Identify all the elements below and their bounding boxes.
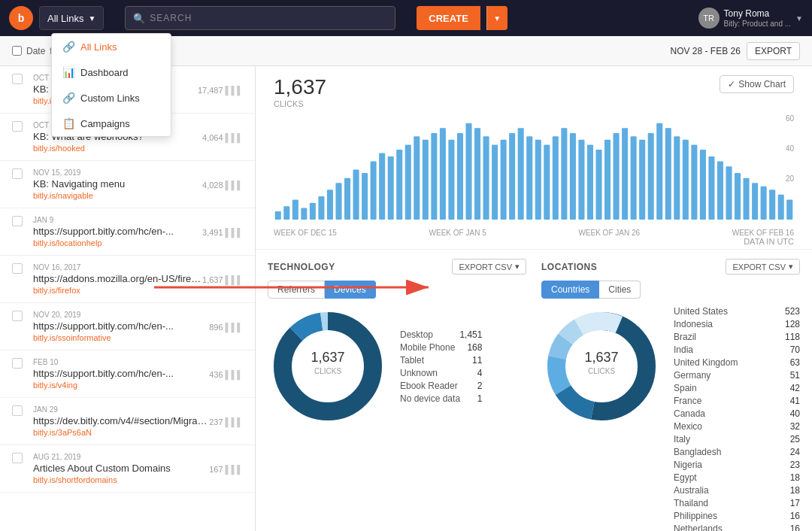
svg-rect-39 bbox=[614, 133, 620, 220]
logo-button[interactable]: b bbox=[9, 6, 33, 30]
sidebar-item[interactable]: AUG 21, 2019 Articles About Custom Domai… bbox=[0, 445, 255, 493]
country-count: 24 bbox=[790, 447, 800, 457]
sidebar-item[interactable]: JAN 9 https://support.bitly.com/hc/en-..… bbox=[0, 208, 255, 256]
item-title: https://support.bitly.com/hc/en-... bbox=[33, 226, 174, 237]
locations-donut-chart: 1,637 CLICKS bbox=[541, 306, 662, 429]
item-url[interactable]: bitly.is/3aPs6aN bbox=[33, 428, 243, 437]
item-url[interactable]: bitly.is/locationhelp bbox=[33, 238, 243, 247]
item-url[interactable]: bitly.is/v4ing bbox=[33, 381, 243, 390]
svg-rect-29 bbox=[526, 136, 532, 220]
create-dropdown-button[interactable]: ▼ bbox=[486, 6, 508, 30]
svg-rect-37 bbox=[595, 150, 601, 220]
technology-title: TECHNOLOGY bbox=[268, 262, 335, 272]
date-checkbox[interactable] bbox=[12, 46, 22, 56]
countries-list: United States523Indonesia128Brazil118Ind… bbox=[674, 306, 800, 531]
clicks-label: CLICKS bbox=[274, 99, 326, 108]
country-count: 63 bbox=[790, 357, 800, 368]
country-name: United Kingdom bbox=[674, 357, 738, 368]
sidebar-item[interactable]: NOV 15, 2019 KB: Navigating menu 4,028 ▌… bbox=[0, 161, 255, 208]
country-name: India bbox=[674, 344, 693, 355]
svg-rect-2 bbox=[292, 199, 298, 220]
link-icon: 🔗 bbox=[62, 92, 74, 104]
item-stats: 4,064 ▌▌▌ bbox=[202, 133, 243, 142]
item-url[interactable]: bitly.is/navigable bbox=[33, 191, 243, 200]
item-checkbox[interactable] bbox=[12, 168, 23, 179]
item-checkbox[interactable] bbox=[12, 216, 23, 226]
item-title: KB: Navigating menu bbox=[33, 178, 125, 190]
country-name: Netherlands bbox=[674, 523, 723, 531]
item-title: Articles About Custom Domains bbox=[33, 463, 171, 474]
show-chart-button[interactable]: ✓ Show Chart bbox=[720, 75, 794, 93]
dropdown-item-alllinks[interactable]: 🔗 All Links bbox=[52, 34, 171, 59]
item-url[interactable]: bitly.is/hooked bbox=[33, 144, 243, 153]
dropdown-label-dashboard: Dashboard bbox=[80, 67, 129, 78]
device-list: Desktop1,451Mobile Phone168Tablet11Unkno… bbox=[400, 329, 482, 406]
country-count: 23 bbox=[790, 460, 800, 470]
sidebar-item[interactable]: NOV 20, 2019 https://support.bitly.com/h… bbox=[0, 303, 255, 350]
chevron-down-icon: ▼ bbox=[493, 14, 501, 23]
item-date: JAN 9 bbox=[33, 216, 243, 224]
item-date: FEB 10 bbox=[33, 358, 243, 366]
svg-rect-18 bbox=[431, 133, 437, 220]
device-row: Tablet11 bbox=[400, 355, 482, 366]
dropdown-item-campaigns[interactable]: 📋 Campaigns bbox=[52, 111, 171, 136]
device-count: 11 bbox=[472, 355, 482, 366]
country-count: 18 bbox=[790, 472, 800, 483]
date-range-display[interactable]: NOV 28 - FEB 26 EXPORT bbox=[671, 42, 801, 60]
device-name: Mobile Phone bbox=[400, 342, 455, 353]
svg-rect-1 bbox=[283, 206, 289, 220]
dropdown-item-dashboard[interactable]: 📊 Dashboard bbox=[52, 59, 171, 85]
svg-rect-26 bbox=[501, 140, 507, 220]
item-url[interactable]: bitly.is/shortfordomains bbox=[33, 475, 243, 484]
item-stats: 436 ▌▌▌ bbox=[209, 370, 243, 379]
country-name: United States bbox=[674, 306, 728, 317]
dropdown-item-customlinks[interactable]: 🔗 Custom Links bbox=[52, 85, 171, 111]
svg-rect-15 bbox=[405, 144, 411, 220]
check-icon: ✓ bbox=[728, 79, 735, 90]
country-count: 41 bbox=[790, 396, 800, 406]
sidebar-item[interactable]: JAN 29 https://dev.bitly.com/v4/#section… bbox=[0, 398, 255, 445]
item-checkbox[interactable] bbox=[12, 74, 23, 84]
svg-rect-14 bbox=[396, 150, 402, 220]
country-count: 42 bbox=[790, 383, 800, 393]
tab-countries[interactable]: Countries bbox=[541, 281, 599, 299]
locations-export-csv-button[interactable]: EXPORT CSV ▾ bbox=[726, 259, 800, 275]
country-row: United States523 bbox=[674, 306, 800, 317]
svg-point-61 bbox=[283, 321, 373, 411]
total-clicks-count: 1,637 bbox=[274, 75, 326, 99]
country-row: India70 bbox=[674, 344, 800, 355]
nav-dropdown-menu: 🔗 All Links 📊 Dashboard 🔗 Custom Links 📋… bbox=[51, 33, 171, 137]
svg-rect-56 bbox=[761, 187, 767, 220]
svg-rect-53 bbox=[735, 173, 741, 220]
item-checkbox[interactable] bbox=[12, 405, 23, 416]
user-menu[interactable]: TR Tony Roma Bitly: Product and ... ▼ bbox=[698, 8, 803, 29]
country-count: 70 bbox=[790, 344, 800, 355]
chevron-down-icon: ▼ bbox=[795, 14, 803, 23]
country-row: Germany51 bbox=[674, 370, 800, 381]
svg-rect-51 bbox=[717, 162, 723, 220]
svg-rect-11 bbox=[371, 162, 377, 220]
item-checkbox[interactable] bbox=[12, 311, 23, 321]
technology-export-csv-button[interactable]: EXPORT CSV ▾ bbox=[452, 259, 526, 275]
chevron-down-icon: ▼ bbox=[88, 14, 95, 23]
export-button[interactable]: EXPORT bbox=[747, 42, 800, 60]
svg-text:CLICKS: CLICKS bbox=[588, 367, 615, 375]
item-checkbox[interactable] bbox=[12, 263, 23, 274]
alllinks-dropdown[interactable]: All Links ▼ bbox=[39, 6, 104, 30]
country-row: Indonesia128 bbox=[674, 319, 800, 329]
svg-rect-4 bbox=[310, 203, 316, 220]
svg-rect-0 bbox=[275, 211, 281, 220]
item-checkbox[interactable] bbox=[12, 358, 23, 369]
item-checkbox[interactable] bbox=[12, 453, 23, 463]
search-bar[interactable]: 🔍 SEARCH bbox=[125, 6, 395, 30]
item-checkbox[interactable] bbox=[12, 121, 23, 132]
chart-y-labels: 60 40 20 bbox=[786, 114, 794, 205]
dropdown-label-alllinks: All Links bbox=[80, 41, 117, 53]
tab-cities[interactable]: Cities bbox=[599, 281, 641, 299]
svg-text:CLICKS: CLICKS bbox=[314, 367, 341, 375]
sidebar-item[interactable]: FEB 10 https://support.bitly.com/hc/en-.… bbox=[0, 350, 255, 398]
item-url[interactable]: bitly.is/ssoinformative bbox=[33, 333, 243, 342]
locations-tabs: Countries Cities bbox=[541, 281, 800, 299]
svg-rect-34 bbox=[570, 133, 576, 220]
create-button[interactable]: CREATE bbox=[417, 6, 480, 30]
